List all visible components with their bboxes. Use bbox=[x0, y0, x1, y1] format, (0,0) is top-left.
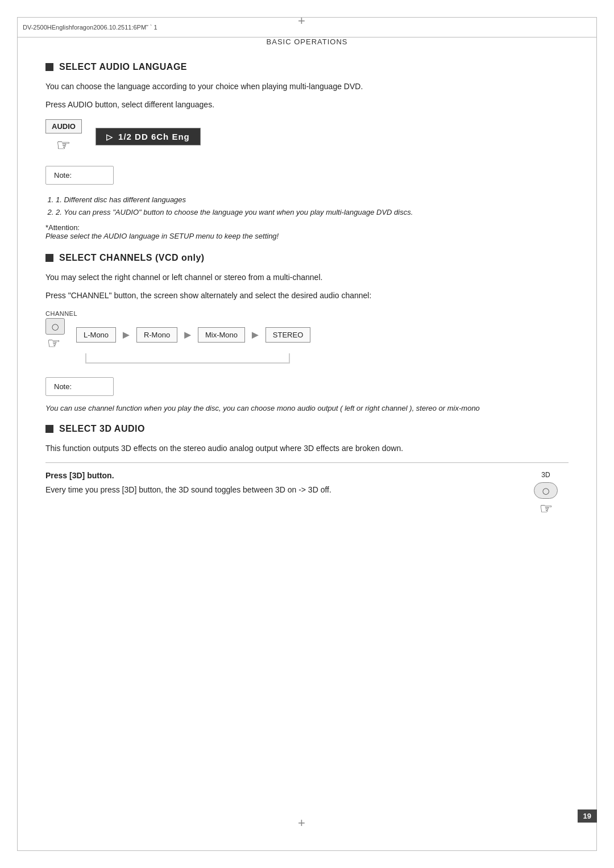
audio-language-body2: Press AUDIO button, select different lan… bbox=[45, 98, 569, 111]
header-bar: DV-2500HEnglishforagon2006.10.2511:6PM˜ … bbox=[17, 17, 597, 37]
channel-item-lmono: L-Mono bbox=[76, 327, 116, 343]
threed-button[interactable]: ◯ bbox=[534, 482, 558, 499]
press-label: Press [3D] button. bbox=[45, 471, 506, 480]
audio-button-group: AUDIO ☞ bbox=[45, 119, 82, 155]
channel-note-box: Note: bbox=[45, 377, 114, 396]
arrow-3: ► bbox=[250, 328, 261, 341]
audio-note-item-1: 1. Different disc has different language… bbox=[56, 194, 569, 206]
channel-button[interactable]: ◯ bbox=[45, 318, 65, 335]
channels-heading: SELECT CHANNELS (VCD only) bbox=[45, 253, 569, 263]
channel-note-text: You can use channel function when you pl… bbox=[45, 404, 569, 412]
return-arc-container bbox=[85, 353, 569, 364]
channel-note-row: Note: bbox=[45, 372, 569, 402]
channel-button-group: ◯ ☞ bbox=[45, 318, 67, 352]
hand-icon: ☞ bbox=[56, 136, 70, 155]
audio-button-box: AUDIO bbox=[45, 119, 82, 133]
threed-text-col: Press [3D] button. Every time you press … bbox=[45, 471, 506, 502]
audio-note-row: Note: bbox=[45, 160, 569, 190]
heading-square-icon bbox=[45, 63, 53, 71]
main-content: BASIC OPERATIONS SELECT AUDIO LANGUAGE Y… bbox=[45, 37, 569, 834]
channels-body1: You may select the right channel or left… bbox=[45, 271, 569, 283]
arrow-1: ► bbox=[121, 328, 132, 341]
threed-body2: Every time you press [3D] button, the 3D… bbox=[45, 483, 506, 496]
channel-item-mixmono: Mix-Mono bbox=[198, 327, 245, 343]
channel-top-label: CHANNEL bbox=[45, 310, 569, 317]
channel-hand-icon: ☞ bbox=[47, 335, 60, 352]
section-title: BASIC OPERATIONS bbox=[45, 37, 569, 46]
file-info: DV-2500HEnglishforagon2006.10.2511:6PM˜ … bbox=[23, 24, 157, 31]
channels-body2: Press "CHANNEL" button, the screen show … bbox=[45, 289, 569, 302]
channels-heading-square-icon bbox=[45, 254, 53, 262]
threed-heading: SELECT 3D AUDIO bbox=[45, 424, 569, 434]
divider bbox=[45, 462, 569, 463]
attention-label: *Attention: bbox=[45, 223, 569, 232]
page-number-badge: 19 bbox=[578, 809, 597, 823]
channel-item-stereo: STEREO bbox=[265, 327, 310, 343]
threed-button-group: ◯ ☞ bbox=[534, 481, 558, 518]
threed-body-row: Press [3D] button. Every time you press … bbox=[45, 471, 569, 518]
audio-note-list: 1. Different disc has different language… bbox=[56, 194, 569, 219]
arrow-2: ► bbox=[182, 328, 193, 341]
channel-item-rmono: R-Mono bbox=[136, 327, 177, 343]
threed-heading-square-icon bbox=[45, 425, 53, 433]
return-arc bbox=[85, 353, 290, 364]
audio-display-box: ▷ 1/2 DD 6Ch Eng bbox=[96, 128, 201, 145]
threed-button-label: 3D bbox=[541, 471, 550, 479]
threed-body1: This function outputs 3D effects on the … bbox=[45, 442, 569, 454]
audio-note-box: Note: bbox=[45, 166, 114, 185]
audio-language-body1: You can choose the language according to… bbox=[45, 80, 569, 93]
attention-text: Please select the AUDIO language in SETU… bbox=[45, 232, 569, 240]
threed-button-col: 3D ◯ ☞ bbox=[523, 471, 569, 518]
audio-language-heading: SELECT AUDIO LANGUAGE bbox=[45, 62, 569, 72]
threed-hand-icon: ☞ bbox=[540, 500, 553, 518]
channel-diagram-wrapper: CHANNEL ◯ ☞ L-Mono ► R-Mono ► Mix-Mono ► bbox=[45, 310, 569, 364]
audio-diagram: AUDIO ☞ ▷ 1/2 DD 6Ch Eng bbox=[45, 119, 569, 155]
audio-note-item-2: 2. You can press "AUDIO" button to choos… bbox=[56, 206, 569, 219]
channel-flow-row: ◯ ☞ L-Mono ► R-Mono ► Mix-Mono ► STEREO bbox=[45, 318, 569, 352]
